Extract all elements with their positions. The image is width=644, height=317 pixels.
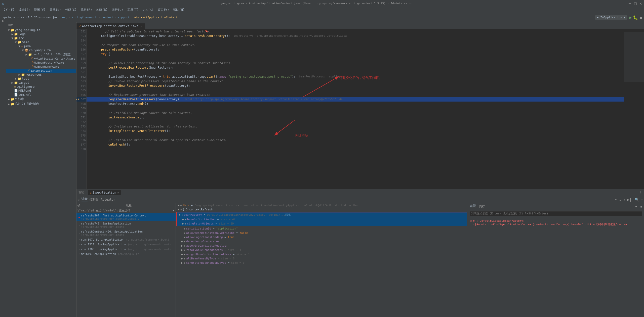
var-bdmap[interactable]: ▶ ◈ beanDefinitionMap = size = 47 [177, 217, 467, 221]
debug-subtab-actuator[interactable]: Actuator [101, 198, 115, 201]
tree-pom[interactable]: ▶ 📄 pom.xml [6, 93, 76, 97]
var-merged-expand[interactable]: ▶ [180, 253, 184, 256]
breadcrumb-context[interactable]: context [101, 16, 114, 19]
close-btn[interactable]: ✕ [639, 1, 642, 6]
var-singleton-expand[interactable]: ▶ [181, 222, 185, 225]
var-bf-expand[interactable]: ▼ [178, 213, 181, 216]
tree-resources[interactable]: ▶ 📁 resources [6, 73, 76, 77]
var-allbeans[interactable]: ▶ ◈ allBeanNamesByType = size = 0 [176, 256, 468, 261]
breadcrumb-class[interactable]: AbstractApplicationContext [134, 16, 178, 19]
menu-tools[interactable]: 工具(T) [125, 7, 141, 13]
debug-tab-close[interactable]: ✕ [117, 191, 119, 194]
run-btn[interactable]: ▶ [629, 15, 632, 20]
tree-temp[interactable]: ▶ 📁 临时文件和控制台 [6, 102, 76, 106]
debug-btn[interactable]: 🐛 [633, 15, 638, 20]
tree-src[interactable]: ▼ 📁 src [6, 36, 76, 40]
tree-test[interactable]: ▶ 📁 test [6, 77, 76, 81]
var-bf[interactable]: ▼ ◈ beanFactory = DefaultListableBeanFac… [177, 212, 467, 217]
debug-step-over[interactable]: ↷ [615, 198, 617, 202]
watch-input[interactable] [470, 211, 642, 216]
debug-eval-expr[interactable]: 🔍 [635, 198, 639, 202]
var-resolvable[interactable]: ▶ ◈ resolvableDependencies = size = 4 [176, 248, 468, 252]
watch-refresh-btn[interactable]: ↺ [640, 205, 642, 208]
var-allow-override[interactable]: ▶ ◈ allowBeanDefinitionOverriding = fals… [176, 231, 468, 235]
menu-build[interactable]: 构建(B) [94, 7, 110, 13]
za-application-selector[interactable]: ▶ ZaApplication ▼ [595, 15, 627, 20]
minimize-btn[interactable]: ─ [629, 1, 631, 6]
var-ctx-refresh[interactable]: ▶ ◈ { } contextRefresh [176, 207, 468, 212]
var-autowire[interactable]: ▶ ◈ autowireCandidateResolver [176, 244, 468, 248]
breadcrumb-support[interactable]: support [117, 16, 130, 19]
tree-bn-aware[interactable]: ▶ © MyBeanNameAware [6, 65, 76, 69]
stack-frame-3[interactable]: ◦ refreshContext:420, SpringApplication … [76, 229, 176, 237]
stop-btn[interactable]: ■ [640, 16, 642, 20]
stack-frame-5[interactable]: ◦ run:1317, SpringApplication (org.sprin… [76, 242, 176, 247]
debug-subtab-ctrl[interactable]: 控制台 [90, 197, 99, 202]
var-allbeans-expand[interactable]: ▶ [180, 257, 184, 260]
var-this-expand[interactable]: ▶ [177, 204, 180, 207]
var-resolvable-expand[interactable]: ▶ [180, 248, 184, 252]
menu-nav[interactable]: 导航(N) [48, 7, 63, 13]
tree-gitignore[interactable]: ▶ ◆ .gitignore [6, 85, 76, 89]
var-allow-eager[interactable]: ▶ ◈ allowEagerClassLoading = true [176, 235, 468, 239]
tree-za-app[interactable]: ▶ © ZaApplication [6, 69, 76, 73]
var-autowire-expand[interactable]: ▶ [180, 244, 184, 247]
tab-abstract-ctx[interactable]: © AbstractApplicationContext.java ✕ [76, 23, 145, 29]
menu-help[interactable]: 帮助(H) [171, 7, 187, 13]
tree-config[interactable]: ▶ 📁 config 100 %, 86% 已覆盖 [6, 52, 76, 57]
tree-target[interactable]: ▶ 📁 target [6, 81, 76, 85]
debug-restart-btn[interactable]: ↺ [77, 198, 79, 202]
debug-app-tab[interactable]: ☕ ZaApplication ✕ [88, 190, 121, 195]
var-singletonnames-expand[interactable]: ▶ [180, 261, 184, 264]
var-singleton[interactable]: ▶ ◈ singletonObjects = size = 19 [177, 221, 467, 226]
menu-window[interactable]: 窗口(W) [156, 7, 171, 13]
tree-bf-aware[interactable]: ▶ © MyBeanFactoryAware [6, 61, 76, 65]
menu-run[interactable]: 运行(U) [110, 7, 125, 13]
tree-root[interactable]: ▼ 📁 yang-spring-za [6, 28, 76, 32]
tree-help[interactable]: ▶ 📄 HELP.md [6, 89, 76, 93]
stack-frame-2[interactable]: ◦ refresh:745, SpringApplication (org.sp… [76, 221, 176, 229]
menu-file[interactable]: 文件(F) [1, 7, 17, 13]
breadcrumb-org[interactable]: org [62, 16, 68, 19]
maximize-btn[interactable]: □ [634, 1, 637, 6]
frame-icon-3: ◦ [78, 232, 80, 235]
menu-edit[interactable]: 编辑(E) [17, 7, 32, 13]
stack-frame-4[interactable]: ◦ run:307, SpringApplication (org.spring… [76, 237, 176, 242]
watch-add-btn[interactable]: + [635, 205, 637, 208]
debug-step-into[interactable]: ↓ [619, 198, 621, 202]
watch-tab-watch[interactable]: 监视 [470, 204, 476, 209]
watch-tab-memory[interactable]: 内存 [479, 204, 485, 209]
var-ctx-expand[interactable]: ▶ [177, 208, 180, 211]
var-singletonnames[interactable]: ▶ ◈ singletonBeanNamesByType = size = 0 [176, 261, 468, 265]
tree-package[interactable]: ▼ 📦 cn.yang37.za [6, 48, 76, 52]
var-merged[interactable]: ▶ ◈ mergedBeanDefinitionHolders = size =… [176, 252, 468, 256]
var-this[interactable]: ▶ ◈ this = "org.springframework.context.… [176, 203, 468, 207]
menu-view[interactable]: 视图(V) [32, 7, 48, 13]
debug-add-watch[interactable]: + [641, 198, 643, 202]
tree-logs[interactable]: ▶ 📁 logs [6, 32, 76, 36]
tree-ctx-aware[interactable]: ▶ © MyApplicationContextAware [6, 57, 76, 61]
stack-frame-7[interactable]: ◦ main:9, ZaApplication (cn.yang37.za) [76, 252, 176, 256]
debug-run-cursor[interactable]: ▶| [627, 198, 632, 202]
menu-vcs[interactable]: VCS(S) [141, 8, 155, 12]
tab-close-btn[interactable]: ✕ [140, 25, 142, 28]
var-dep-expand[interactable]: ▶ [180, 240, 184, 243]
stack-frame-1[interactable]: ● refresh:567, AbstractApplicationContex… [76, 213, 176, 221]
tree-main[interactable]: ▼ 📁 main [6, 40, 76, 44]
menu-code[interactable]: 代码(C) [63, 7, 79, 13]
code-line-576: // Initialize other special beans in spe… [87, 138, 624, 142]
thread-filter-btn[interactable]: ▼ [173, 209, 175, 212]
var-bdmap-expand[interactable]: ▶ [181, 218, 185, 221]
var-serid[interactable]: ▶ ◈ serializationId = "application" [176, 227, 468, 231]
var-dep-comp[interactable]: ▶ ◈ dependencyComparator [176, 239, 468, 244]
debug-subtab-console[interactable]: 试音 [82, 197, 88, 202]
stack-frame-6[interactable]: ◦ run:1306, SpringApplication (org.sprin… [76, 247, 176, 252]
project-view-btn[interactable]: 项目 [1, 23, 5, 25]
breadcrumb-springframework[interactable]: springframework [71, 16, 97, 19]
tree-java[interactable]: ▼ ☕ java [6, 44, 76, 48]
debug-settings-btn[interactable]: ⋮ [638, 191, 642, 195]
menu-refactor[interactable]: 重构(R) [78, 7, 94, 13]
debug-step-out[interactable]: ↑ [623, 198, 625, 202]
tree-external[interactable]: ▶ 📁 外部库 [6, 97, 76, 102]
comment-566: // Register bean processors that interce… [87, 93, 212, 97]
